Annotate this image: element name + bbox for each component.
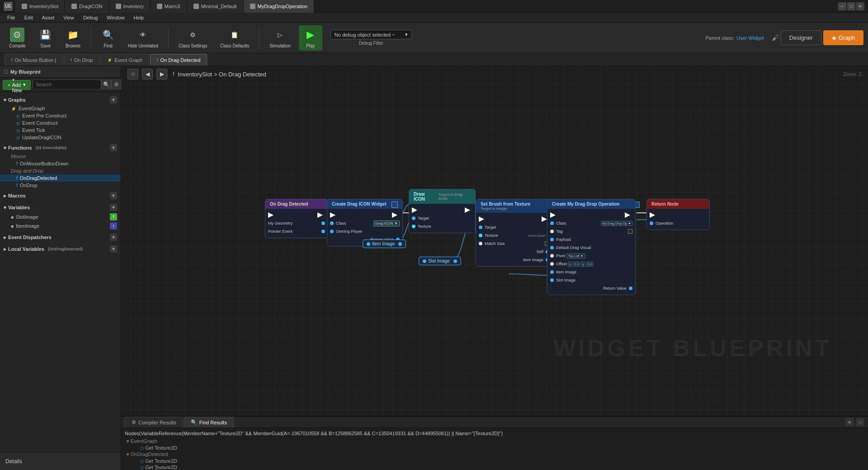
bt-get-texture2d-1[interactable]: ⬡ Get Texture2D [125, 445, 864, 451]
tag-checkbox[interactable] [628, 229, 632, 234]
graphs-header[interactable]: ▾ Graphs + [0, 95, 121, 105]
tree-item-update-drag-icon[interactable]: ◇ UpdateDragICON [0, 134, 121, 141]
find-label: Find [104, 43, 112, 48]
designer-button[interactable]: Designer [781, 30, 821, 45]
functions-add-button[interactable]: + [110, 144, 117, 151]
title-tab-inventory[interactable]: Inventory [109, 0, 151, 13]
tab-icon [193, 4, 199, 9]
node-set-brush[interactable]: Set Brush from Texture Target is Image T… [476, 199, 552, 267]
diamond-icon: ◇ [16, 128, 20, 133]
menu-asset[interactable]: Asset [38, 14, 58, 21]
macros-header[interactable]: ▸ Macros + [0, 191, 121, 201]
item-image-var-node[interactable]: Item Image [363, 240, 406, 248]
play-button[interactable]: ▶ Play [299, 25, 322, 51]
minimize-button[interactable]: ─ [838, 2, 846, 10]
node-create-drag-drop[interactable]: Create My Drag Drop Operation Class My D… [547, 199, 636, 295]
tab-on-mouse-button[interactable]: f On Mouse Button [ [5, 54, 63, 66]
bt-get-texture2d-3[interactable]: ⬡ Get Texture2D [125, 464, 864, 470]
title-tab-inventory-slot[interactable]: InventorySlot [15, 0, 65, 13]
bt-get-texture2d-2[interactable]: ⬡ Get Texture2D [125, 458, 864, 464]
slot-in [550, 278, 554, 282]
functions-header[interactable]: ▾ Functions (33 Overridable) + [0, 143, 121, 153]
search-button[interactable]: 🔍 [101, 80, 111, 89]
menu-edit[interactable]: Edit [21, 14, 37, 21]
expand-panel-button[interactable]: □ [856, 418, 864, 426]
local-vars-add-button[interactable]: + [110, 245, 117, 253]
debug-dropdown[interactable]: No debug object selected ~ ▾ [330, 30, 412, 39]
class-settings-label: Class Settings [179, 43, 208, 48]
node-on-drag-detected[interactable]: On Drag Detected My Geometry Pointer Eve… [265, 199, 328, 238]
graphs-add-button[interactable]: + [110, 96, 117, 103]
tab-compiler-results[interactable]: ⚙ Compiler Results [125, 417, 183, 428]
add-new-button[interactable]: + + Add New ▾ [3, 80, 31, 90]
title-tab-main-ui[interactable]: MainUI [151, 0, 187, 13]
menu-help[interactable]: Help [130, 14, 147, 21]
menu-bar: File Edit Asset View Debug Window Help [0, 13, 868, 23]
node-draw-icon[interactable]: Draw ICON Target is Drag ICON Target [409, 189, 476, 233]
find-button[interactable]: 🔍 Find [96, 25, 120, 51]
title-tab-drag-icon[interactable]: DragICON [65, 0, 109, 13]
tree-item-slot-image[interactable]: ■ SlotImage T [0, 212, 121, 221]
tab-on-drag-detected[interactable]: f On Drag Detected [150, 54, 207, 66]
menu-file[interactable]: File [4, 14, 19, 21]
graph-canvas[interactable]: ☆ ◀ ▶ f InventorySlot > On Drag Detected… [121, 66, 868, 416]
filter-button[interactable]: ⚙ [111, 80, 121, 89]
exec-in [479, 216, 484, 222]
class-settings-button[interactable]: ⚙ Class Settings [174, 25, 212, 51]
macros-add-button[interactable]: + [110, 192, 117, 199]
bookmark-button[interactable]: ☆ [127, 69, 138, 80]
find-icon: 🔍 [191, 419, 197, 425]
maximize-button[interactable]: □ [847, 2, 855, 10]
tree-item-event-tick[interactable]: ◇ Event Tick [0, 127, 121, 134]
tab-on-drop[interactable]: f On Drop [64, 54, 99, 66]
tree-item-pre-construct[interactable]: ◇ Event Pre Construct [0, 112, 121, 119]
graph-button[interactable]: ◈ Graph [823, 30, 863, 45]
tree-item-item-image[interactable]: ■ ItemImage I [0, 221, 121, 230]
hide-unrelated-button[interactable]: 👁 Hide Unrelated [123, 25, 163, 51]
tree-item-event-construct[interactable]: ◇ Event Construct [0, 119, 121, 127]
simulation-button[interactable]: ▷ Simulation [265, 25, 295, 51]
save-button[interactable]: 💾 Save [34, 25, 57, 51]
tree-item-on-mouse-button-down[interactable]: f OnMouseButtonDown [0, 160, 121, 167]
menu-window[interactable]: Window [103, 14, 128, 21]
tag-in [550, 230, 554, 233]
class-defaults-button[interactable]: 📋 Class Defaults [216, 25, 254, 51]
tree-item-on-drop[interactable]: f OnDrop [0, 182, 121, 189]
chevron-icon: ▸ [4, 246, 6, 252]
close-button[interactable]: ✕ [856, 2, 864, 10]
bt-on-drag-detected-header[interactable]: ▾ OnDragDetected [125, 451, 864, 458]
tree-item-on-drag-detected[interactable]: f OnDragDetected [0, 174, 121, 182]
title-bar: UE InventorySlot DragICON Inventory Main… [0, 0, 868, 13]
compile-button[interactable]: ⚙ Compile [5, 25, 30, 51]
window-controls: ─ □ ✕ [838, 2, 864, 10]
play-icon: ▶ [303, 28, 318, 42]
close-panel-button[interactable]: ✕ [845, 418, 854, 426]
node-return[interactable]: Return Node Operation [646, 199, 710, 230]
tree-item-event-graph[interactable]: ⚡ EventGraph [0, 105, 121, 112]
results-tree: ▾ EventGraph ⬡ Get Texture2D ▾ OnDragDet… [125, 437, 864, 470]
forward-button[interactable]: ▶ [156, 69, 167, 80]
slot-image-var-node[interactable]: Slot Image [419, 257, 461, 265]
variables-header[interactable]: ▾ Variables + [0, 202, 121, 212]
tab-event-graph[interactable]: ⚡ Event Graph [100, 54, 149, 66]
browse-button[interactable]: 📁 Browse [61, 25, 85, 51]
title-tab-minimal[interactable]: Minimal_Default [187, 0, 244, 13]
dispatchers-add-button[interactable]: + [110, 234, 117, 241]
tab-find-results[interactable]: 🔍 Find Results [184, 417, 234, 428]
title-tab-drag-drop[interactable]: MyDragDropOperation [244, 0, 315, 13]
diamond-icon: ◇ [16, 113, 20, 118]
variables-add-button[interactable]: + [110, 204, 117, 211]
search-input[interactable] [33, 80, 101, 89]
reroute-node[interactable] [392, 202, 398, 208]
event-dispatchers-header[interactable]: ▸ Event Dispatchers + [0, 232, 121, 242]
local-variables-header[interactable]: ▸ Local Variables (OnDragDetected) + [0, 244, 121, 254]
bt-event-graph-header[interactable]: ▾ EventGraph [125, 438, 864, 445]
tab-icon [116, 4, 121, 9]
left-panel-header: ⬡ My Blueprint [0, 66, 121, 78]
menu-debug[interactable]: Debug [80, 14, 101, 21]
item-in [550, 270, 554, 274]
fn-icon: f [71, 58, 72, 62]
node-body: Operation [647, 209, 709, 230]
back-button[interactable]: ◀ [142, 69, 153, 80]
menu-view[interactable]: View [60, 14, 78, 21]
